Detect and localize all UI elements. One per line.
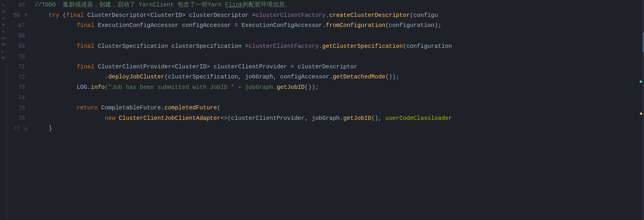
line-number-65: 65 xyxy=(7,0,28,10)
code-line-71: final ClusterClientProvider<ClusterID> c… xyxy=(35,62,638,72)
line-number-76: 76 xyxy=(7,113,28,124)
code-line-70 xyxy=(35,51,638,62)
code-line-77: } xyxy=(35,123,638,134)
line-number-66: 66 ▽ xyxy=(7,10,28,21)
code-content: //TODO 集群描述器，创建，启动了 YarnClient 包含了一些Yarn… xyxy=(31,0,638,220)
left-sidebar: C li n m s Li ic y. ac xyxy=(0,0,7,220)
line-number-77: 77 △ xyxy=(7,123,28,134)
keyword-try: try xyxy=(49,11,59,20)
line-number-69: 69 xyxy=(7,41,28,51)
line-number-74: 74 xyxy=(7,93,28,103)
line-number-73: 73 xyxy=(7,82,28,93)
line-numbers-gutter: 65 66 ▽ 67 68 69 70 71 72 73 74 75 76 77… xyxy=(7,0,31,220)
fold-icon-66[interactable]: ▽ xyxy=(25,12,27,19)
code-line-69: final ClusterSpecification clusterSpecif… xyxy=(35,41,638,51)
line-number-68: 68 xyxy=(7,31,28,41)
line-number-75: 75 xyxy=(7,103,28,113)
line-number-67: 67 xyxy=(7,21,28,31)
code-line-74 xyxy=(35,93,638,103)
code-line-67: final ExecutionConfigAccessor configAcce… xyxy=(35,21,638,31)
code-editor: C li n m s Li ic y. ac 65 66 ▽ 67 68 69 … xyxy=(0,0,644,220)
code-line-75: return CompletableFuture. completedFutur… xyxy=(35,103,638,113)
fold-icon-77[interactable]: △ xyxy=(25,125,27,132)
code-line-68 xyxy=(35,31,638,41)
line-number-71: 71 xyxy=(7,62,28,72)
code-line-76: new ClusterClientJobClientAdapter <>(clu… xyxy=(35,113,638,124)
dot-indicator xyxy=(640,80,642,83)
scrollbar-thumb[interactable] xyxy=(642,32,644,52)
line-number-72: 72 xyxy=(7,72,28,82)
line-number-70: 70 xyxy=(7,51,28,62)
code-line-66: try ( final ClusterDescriptor<ClusterID>… xyxy=(35,10,638,21)
code-line-72: . deployJobCluster (clusterSpecification… xyxy=(35,72,638,82)
warning-indicator xyxy=(640,113,642,115)
code-line-65: //TODO 集群描述器，创建，启动了 YarnClient 包含了一些Yarn… xyxy=(35,0,638,10)
code-line-73: LOG. info ("Job has been submitted with … xyxy=(35,82,638,93)
scrollbar[interactable] xyxy=(638,0,644,220)
